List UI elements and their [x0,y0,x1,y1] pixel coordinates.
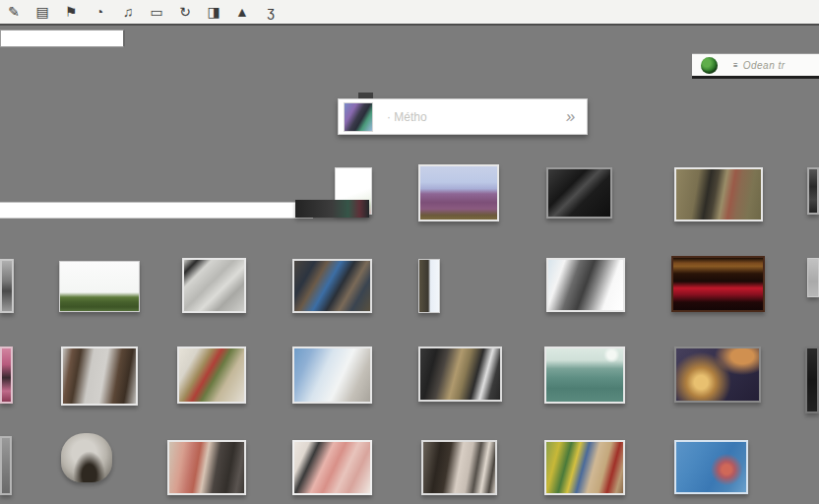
photo-thumbnail-edge-light-right[interactable] [807,258,819,297]
address-input[interactable] [0,30,125,47]
photo-thumbnail-night-gold[interactable] [674,346,761,403]
photo-thumbnail-gray-rock[interactable] [546,258,625,312]
account-bar[interactable]: ≡ Odean tr [692,53,819,79]
photo-thumbnail-helmet-blob[interactable] [61,433,112,482]
layers-icon[interactable]: ▤ [33,5,51,19]
photo-thumbnail-edge-dark-right-2[interactable] [805,346,819,413]
photo-thumbnail-sketch-collage[interactable] [182,258,246,313]
photo-thumbnail-people-with-dog[interactable] [418,346,502,402]
photo-thumbnail-wind-turbine[interactable] [546,167,612,219]
music-icon[interactable]: ♫ [119,5,137,19]
globe-icon [701,57,718,74]
pen-icon[interactable]: ✎ [5,5,23,19]
search-thumbnail [344,102,373,132]
photo-thumbnail-edge-pink-left[interactable] [0,346,13,404]
menu-icon: ≡ [733,61,737,70]
photo-thumbnail-crowd[interactable] [292,259,372,313]
app-canvas: ✎▤⚑◔♫▭↻◨▲ʒ ≡ Odean tr · Métho » [0,0,819,504]
clock-icon[interactable]: ◔ [91,5,108,19]
toolbar: ✎▤⚑◔♫▭↻◨▲ʒ [0,0,819,26]
mountain-icon[interactable]: ▲ [233,5,251,19]
photo-thumbnail-person-diagonals[interactable] [421,440,497,495]
photo-thumbnail-underwater-swimmer[interactable] [674,440,748,494]
photo-thumbnail-mountain-landscape[interactable] [418,164,499,221]
image-icon[interactable]: ▭ [148,5,165,19]
progress-bar [0,202,313,219]
photo-thumbnail-edge-gray-left[interactable] [0,436,12,495]
photo-thumbnail-kids-on-white[interactable] [177,346,246,404]
photo-thumbnail-red-neon[interactable] [671,256,765,312]
photo-thumbnail-playground[interactable] [544,440,625,495]
photo-thumbnail-pink-flowers[interactable] [292,440,372,495]
account-label: Odean tr [743,60,786,71]
script-icon[interactable]: ʒ [262,5,280,19]
photo-thumbnail-dark-strip[interactable] [295,200,369,218]
photo-thumbnail-two-figures[interactable] [61,346,138,406]
toolbar-icons: ✎▤⚑◔♫▭↻◨▲ʒ [0,5,280,19]
photo-thumbnail-face-closeup[interactable] [167,440,246,495]
photo-thumbnail-edge-collage-left[interactable] [0,259,14,313]
photo-thumbnail-figure-sky[interactable] [418,259,440,313]
photo-thumbnail-edge-dark-right-1[interactable] [807,167,819,215]
photo-thumbnail-teal-sea[interactable] [544,346,625,404]
flag-icon[interactable]: ⚑ [62,5,80,19]
search-input-text[interactable]: · Métho [387,110,566,124]
panel-icon[interactable]: ◨ [205,5,222,19]
photo-thumbnail-hazy-beach[interactable] [292,346,372,404]
refresh-icon[interactable]: ↻ [176,5,194,19]
photo-thumbnail-treeline[interactable] [59,261,140,312]
search-submit-icon[interactable]: » [564,107,576,127]
search-bar[interactable]: · Métho » [338,98,588,135]
photo-thumbnail-hunter-field[interactable] [674,167,763,221]
